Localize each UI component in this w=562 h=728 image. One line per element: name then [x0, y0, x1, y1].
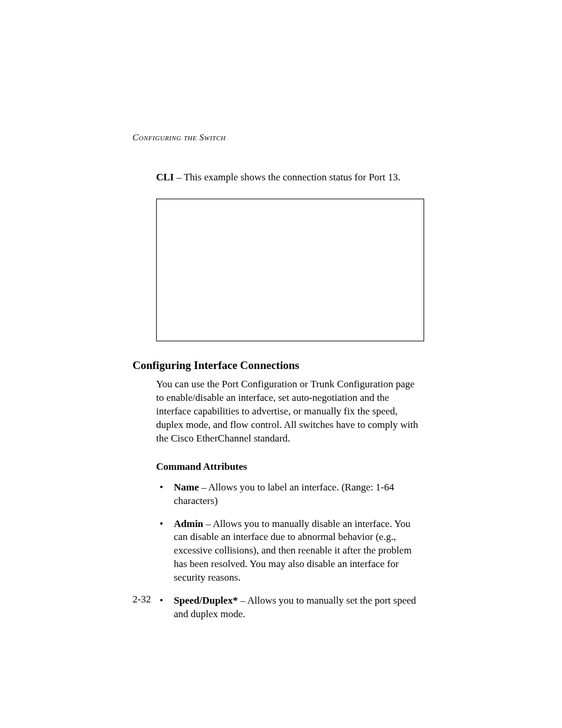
- attributes-list: Name – Allows you to label an interface.…: [133, 481, 424, 621]
- cli-output-box: [156, 199, 424, 341]
- document-page: Configuring the Switch CLI – This exampl…: [0, 0, 562, 728]
- attr-term: Name: [174, 482, 199, 493]
- attr-term: Speed/Duplex*: [174, 595, 238, 606]
- cli-intro: CLI – This example shows the connection …: [133, 171, 424, 185]
- page-number: 2-32: [133, 594, 151, 605]
- cli-rest: – This example shows the connection stat…: [174, 172, 401, 183]
- running-head: Configuring the Switch: [133, 133, 424, 143]
- section-body: You can use the Port Configuration or Tr…: [133, 378, 424, 446]
- section-heading: Configuring Interface Connections: [133, 359, 424, 372]
- cli-lead: CLI: [156, 172, 174, 183]
- list-item: Speed/Duplex* – Allows you to manually s…: [156, 594, 424, 621]
- attr-desc: – Allows you to label an interface. (Ran…: [174, 482, 394, 506]
- list-item: Admin – Allows you to manually disable a…: [156, 518, 424, 585]
- attr-term: Admin: [174, 518, 203, 529]
- list-item: Name – Allows you to label an interface.…: [156, 481, 424, 508]
- attr-desc: – Allows you to manually disable an inte…: [174, 518, 412, 584]
- command-attributes-heading: Command Attributes: [133, 461, 424, 473]
